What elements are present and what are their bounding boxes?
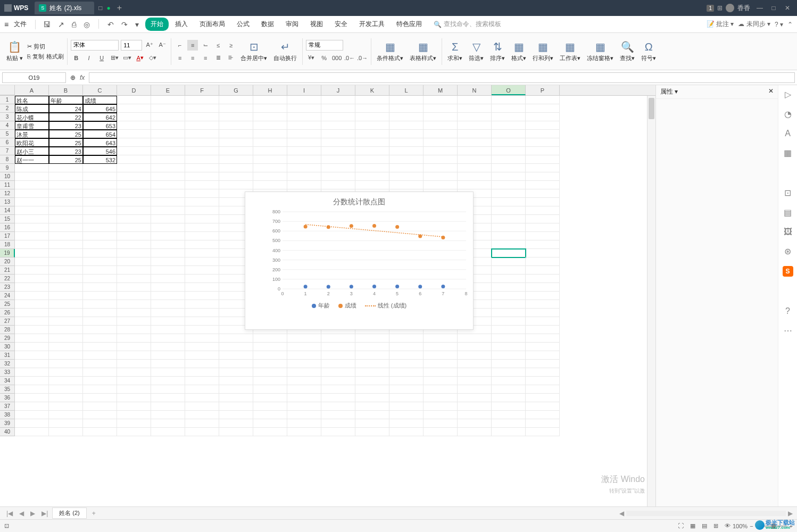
- cell[interactable]: 25: [49, 130, 83, 138]
- cell[interactable]: [117, 147, 151, 155]
- cell[interactable]: [185, 164, 219, 172]
- cell[interactable]: [321, 172, 355, 181]
- cell[interactable]: [355, 360, 389, 368]
- cell[interactable]: [83, 360, 117, 368]
- cell[interactable]: [526, 300, 560, 309]
- row-header-5[interactable]: 5: [0, 130, 15, 138]
- cond-format-button[interactable]: ▦条件格式▾: [375, 39, 405, 63]
- cell[interactable]: [287, 155, 321, 164]
- cell[interactable]: [424, 411, 458, 419]
- cell[interactable]: [219, 351, 253, 360]
- cell[interactable]: [287, 121, 321, 130]
- row-header-18[interactable]: 18: [0, 240, 15, 249]
- cell[interactable]: [526, 232, 560, 240]
- cell[interactable]: [253, 351, 287, 360]
- tab-security[interactable]: 安全: [329, 18, 353, 31]
- cell[interactable]: [219, 402, 253, 411]
- cell[interactable]: [151, 334, 185, 343]
- cell[interactable]: [526, 266, 560, 275]
- style-icon[interactable]: ◔: [784, 109, 792, 119]
- cell[interactable]: [492, 104, 526, 113]
- cell[interactable]: [83, 249, 117, 257]
- border-icon[interactable]: ⊞▾: [109, 53, 120, 63]
- cell[interactable]: [355, 104, 389, 113]
- cell[interactable]: [355, 351, 389, 360]
- row-header-24[interactable]: 24: [0, 292, 15, 300]
- cell[interactable]: [389, 181, 424, 189]
- cell[interactable]: [492, 300, 526, 309]
- cell[interactable]: [458, 181, 492, 189]
- cell[interactable]: [526, 172, 560, 181]
- cell[interactable]: [287, 113, 321, 121]
- row-header-26[interactable]: 26: [0, 309, 15, 317]
- cell[interactable]: [492, 428, 526, 436]
- chart-object[interactable]: 分数统计散点图 01002003004005006007008000123456…: [245, 192, 474, 330]
- cell[interactable]: [355, 419, 389, 428]
- cell[interactable]: [389, 147, 424, 155]
- cell[interactable]: [83, 343, 117, 351]
- paste-button[interactable]: 📋 粘贴 ▾: [4, 39, 25, 63]
- row-header-34[interactable]: 34: [0, 377, 15, 385]
- cell[interactable]: [389, 164, 424, 172]
- cell[interactable]: [458, 377, 492, 385]
- cell[interactable]: [185, 351, 219, 360]
- cell[interactable]: [355, 368, 389, 377]
- row-header-33[interactable]: 33: [0, 368, 15, 377]
- cell[interactable]: [151, 351, 185, 360]
- cell[interactable]: [424, 377, 458, 385]
- undo-icon[interactable]: ↶: [105, 19, 116, 30]
- cell[interactable]: [492, 419, 526, 428]
- cell[interactable]: [458, 138, 492, 147]
- cell[interactable]: [117, 164, 151, 172]
- cell[interactable]: 653: [83, 121, 117, 130]
- cell[interactable]: [117, 232, 151, 240]
- cell[interactable]: [117, 121, 151, 130]
- tab-close-icon[interactable]: ●: [107, 4, 111, 12]
- cell[interactable]: [492, 292, 526, 300]
- cell[interactable]: [492, 309, 526, 317]
- cell[interactable]: [526, 223, 560, 232]
- distribute-icon[interactable]: ⊪: [226, 53, 236, 63]
- cell[interactable]: 成绩: [83, 96, 117, 104]
- cell[interactable]: [185, 411, 219, 419]
- cell[interactable]: [389, 121, 424, 130]
- cell[interactable]: [458, 164, 492, 172]
- cell[interactable]: [389, 104, 424, 113]
- cell[interactable]: [526, 249, 560, 257]
- cell[interactable]: [321, 368, 355, 377]
- cell[interactable]: [526, 138, 560, 147]
- cell[interactable]: [253, 104, 287, 113]
- row-header-2[interactable]: 2: [0, 104, 15, 113]
- cell[interactable]: [492, 326, 526, 334]
- cell[interactable]: [151, 164, 185, 172]
- dropdown-icon[interactable]: ▾: [133, 19, 141, 30]
- print-icon[interactable]: ⎙: [70, 19, 78, 30]
- cell[interactable]: [117, 334, 151, 343]
- cell[interactable]: [526, 292, 560, 300]
- cell[interactable]: [492, 249, 526, 257]
- save-icon[interactable]: 🖫: [41, 19, 53, 30]
- cell[interactable]: [15, 266, 49, 275]
- col-header-C[interactable]: C: [83, 85, 117, 95]
- cell[interactable]: [49, 385, 83, 394]
- cell[interactable]: [355, 394, 389, 402]
- cell[interactable]: [15, 232, 49, 240]
- cell[interactable]: [117, 428, 151, 436]
- cell[interactable]: [424, 394, 458, 402]
- add-sheet-button[interactable]: +: [89, 510, 99, 517]
- cell[interactable]: [117, 130, 151, 138]
- cell[interactable]: [185, 121, 219, 130]
- cell[interactable]: [458, 130, 492, 138]
- cell[interactable]: [287, 181, 321, 189]
- cell[interactable]: [389, 96, 424, 104]
- cell[interactable]: [185, 240, 219, 249]
- maximize-icon[interactable]: □: [768, 4, 779, 12]
- cell[interactable]: [526, 130, 560, 138]
- cell[interactable]: [117, 343, 151, 351]
- cell[interactable]: [424, 172, 458, 181]
- tab-developer[interactable]: 开发工具: [354, 18, 390, 31]
- cell[interactable]: [117, 198, 151, 206]
- cell[interactable]: [287, 368, 321, 377]
- cell[interactable]: [151, 181, 185, 189]
- search-box[interactable]: 🔍 查找命令、搜索模板: [434, 20, 501, 29]
